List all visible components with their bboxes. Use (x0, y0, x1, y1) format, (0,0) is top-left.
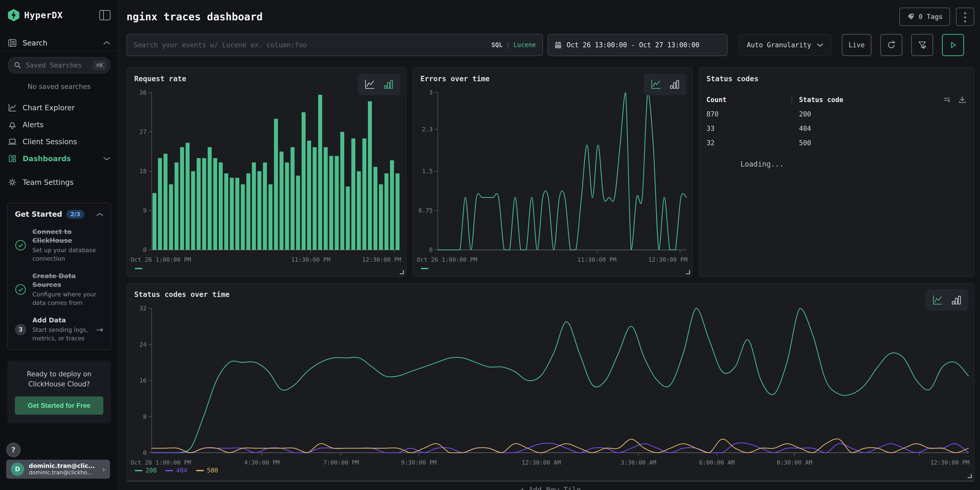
step-title: Create Data Sources (32, 272, 103, 289)
tag-icon (907, 13, 915, 21)
step-create-data-sources[interactable]: Create Data Sources Configure where your… (15, 272, 103, 307)
get-started-card: Get Started 2/3 Connect to ClickHouse Se… (7, 202, 111, 350)
sidebar-item-label: Dashboards (22, 154, 103, 163)
step-number-badge: 3 (15, 324, 26, 335)
svg-text:7:00:00 PM: 7:00:00 PM (323, 459, 359, 466)
table-row[interactable]: 870 200 (706, 107, 967, 121)
svg-text:6:00:00 AM: 6:00:00 AM (699, 459, 735, 466)
svg-text:27: 27 (139, 129, 146, 135)
lang-divider: | (506, 41, 510, 49)
status-codes-table: Count Status code (706, 92, 967, 150)
resize-handle[interactable] (686, 270, 690, 274)
legend-label: 404 (176, 467, 187, 474)
no-saved-searches-text: No saved searches (0, 83, 118, 91)
refresh-button[interactable] (880, 34, 902, 56)
chevron-up-icon (103, 41, 111, 45)
legend-item-404[interactable]: 404 (165, 467, 187, 474)
refresh-icon (886, 40, 896, 50)
panel-title: Status codes (706, 75, 758, 83)
event-search-input[interactable]: Search your events w/ Lucene ex. column:… (126, 34, 543, 56)
column-status-code[interactable]: Status code (799, 96, 943, 103)
help-button[interactable]: ? (6, 443, 21, 457)
legend-swatch (421, 268, 428, 269)
cell-status-code: 500 (791, 139, 967, 147)
bar-chart-icon[interactable] (382, 78, 394, 90)
bar-chart-icon[interactable] (950, 294, 962, 306)
lucene-toggle[interactable]: Lucene (513, 41, 536, 49)
play-icon (948, 40, 958, 49)
panel-menu-button[interactable] (956, 8, 974, 26)
cell-count: 870 (706, 110, 791, 118)
live-button[interactable]: Live (842, 34, 872, 56)
column-count[interactable]: Count (706, 96, 791, 103)
svg-text:9:30:00 PM: 9:30:00 PM (401, 459, 436, 466)
panel-status-codes[interactable]: Status codes Count Status code (699, 67, 974, 277)
download-icon[interactable] (958, 95, 967, 104)
sort-columns-icon[interactable] (943, 95, 952, 104)
user-menu[interactable]: D dominic.tran@clic... dominic.tran@clic… (6, 460, 110, 479)
sidebar-item-client-sessions[interactable]: Client Sessions (0, 133, 118, 150)
loading-indicator: Loading... (740, 160, 784, 169)
panel-status-codes-over-time[interactable]: Status codes over time 08162432Oct 26 1:… (126, 283, 974, 481)
step-add-data[interactable]: 3 Add Data Start sending logs, metrics, … (15, 316, 103, 343)
add-new-tile-button[interactable]: + Add New Tile (126, 481, 974, 490)
legend-swatch (165, 470, 173, 471)
search-page-icon (8, 38, 17, 48)
legend-swatch (135, 268, 142, 269)
svg-text:2.3: 2.3 (422, 126, 433, 133)
sidebar-item-chart-explorer[interactable]: Chart Explorer (0, 99, 118, 116)
sidebar-item-dashboards[interactable]: Dashboards (0, 150, 118, 167)
chart-legend: 200 404 500 (135, 467, 218, 474)
resize-handle[interactable] (968, 474, 972, 478)
svg-text:Oct 26 1:00:00 PM: Oct 26 1:00:00 PM (417, 256, 477, 263)
chevron-down-icon (817, 43, 823, 47)
get-started-free-button[interactable]: Get Started for Free (15, 396, 103, 415)
line-chart-icon[interactable] (650, 78, 662, 90)
page-title: nginx traces dashboard (126, 11, 899, 22)
svg-text:4:30:00 PM: 4:30:00 PM (244, 459, 280, 466)
line-chart-icon[interactable] (364, 78, 375, 90)
run-query-button[interactable] (942, 34, 964, 56)
svg-text:12:30:00 PM: 12:30:00 PM (362, 256, 401, 263)
saved-searches-input[interactable]: Saved Searches ⌘K (8, 57, 111, 73)
bar-chart-icon[interactable] (668, 78, 680, 90)
svg-text:11:30:00 PM: 11:30:00 PM (291, 256, 330, 263)
svg-text:9: 9 (143, 207, 146, 214)
date-range-picker[interactable]: Oct 26 13:00:00 - Oct 27 13:00:00 (547, 34, 727, 56)
sidebar-item-team-settings[interactable]: Team Settings (0, 174, 118, 191)
table-row[interactable]: 32 500 (706, 136, 967, 150)
resize-handle[interactable] (400, 270, 404, 274)
panel-errors-over-time[interactable]: Errors over time 00.751.52.33Oct 26 1:00… (413, 67, 692, 277)
tags-button[interactable]: 0 Tags (899, 8, 950, 26)
svg-text:0.75: 0.75 (418, 207, 433, 214)
step-connect-clickhouse[interactable]: Connect to ClickHouse Set up your databa… (15, 228, 103, 263)
errors-chart: 00.751.52.33Oct 26 1:00:00 PM11:30:00 PM… (415, 85, 691, 265)
panel-title: Status codes over time (134, 290, 229, 299)
saved-searches-placeholder: Saved Searches (26, 62, 93, 69)
svg-text:36: 36 (139, 89, 146, 96)
sidebar-item-alerts[interactable]: Alerts (0, 116, 118, 133)
column-resize-handle[interactable] (791, 95, 792, 104)
line-chart-icon (8, 103, 17, 112)
event-search-placeholder: Search your events w/ Lucene ex. column:… (134, 41, 491, 49)
legend-item-200[interactable]: 200 (135, 467, 157, 474)
chart-type-toggle (644, 73, 686, 95)
line-chart-icon[interactable] (932, 294, 943, 306)
legend-item-500[interactable]: 500 (196, 467, 218, 474)
sidebar-collapse-icon[interactable] (99, 10, 111, 20)
user-name: dominic.tran@clic... (29, 463, 100, 470)
sidebar-item-search[interactable]: Search (0, 35, 118, 51)
toolbar: Search your events w/ Lucene ex. column:… (126, 34, 974, 56)
app-root: HyperDX Search Saved Searches ⌘K (0, 0, 980, 490)
hyperdx-logo-icon (8, 9, 19, 22)
panel-request-rate[interactable]: Request rate 09182736Oct 26 1:00:00 PM11… (126, 67, 406, 277)
promo-line1: Ready to deploy on (15, 369, 103, 379)
filter-icon (917, 40, 927, 50)
sql-toggle[interactable]: SQL (491, 41, 502, 49)
chevron-up-icon[interactable] (96, 212, 103, 216)
chart-type-toggle (358, 73, 400, 95)
user-email: dominic.tran@clickho... (29, 469, 100, 476)
table-row[interactable]: 33 404 (706, 121, 967, 136)
granularity-select[interactable]: Auto Granularity (739, 34, 831, 56)
filters-button[interactable] (911, 34, 933, 56)
